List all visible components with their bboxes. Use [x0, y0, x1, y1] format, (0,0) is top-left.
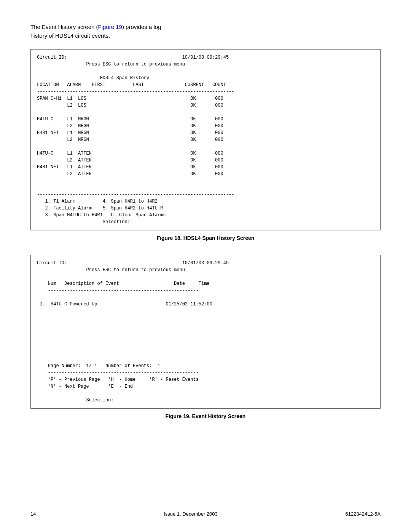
intro-text-part1: The Event History screen ( [30, 24, 98, 30]
figure18-caption: Figure 18. HDSL4 Span History Screen [30, 235, 381, 241]
intro-paragraph: The Event History screen (Figure 19) pro… [30, 23, 381, 40]
figure18-screen: Circuit ID: 10/01/03 09:29:45 Press ESC … [30, 49, 381, 230]
figure19-caption: Figure 19. Event History Screen [30, 413, 381, 419]
footer-issue: Issue 1, December 2003 [164, 511, 218, 517]
intro-text-line2: history of HDSL4 circuit events. [30, 32, 110, 39]
intro-text-part2: ) provides a log [122, 24, 161, 30]
page-footer: 14 Issue 1, December 2003 61223424L2-5A [30, 511, 381, 517]
figure19-link[interactable]: Figure 19 [98, 24, 122, 30]
figure19-screen: Circuit ID: 10/01/03 09:29:45 Press ESC … [30, 255, 381, 409]
footer-doc-number: 61223424L2-5A [345, 511, 381, 517]
footer-page-number: 14 [30, 511, 36, 517]
